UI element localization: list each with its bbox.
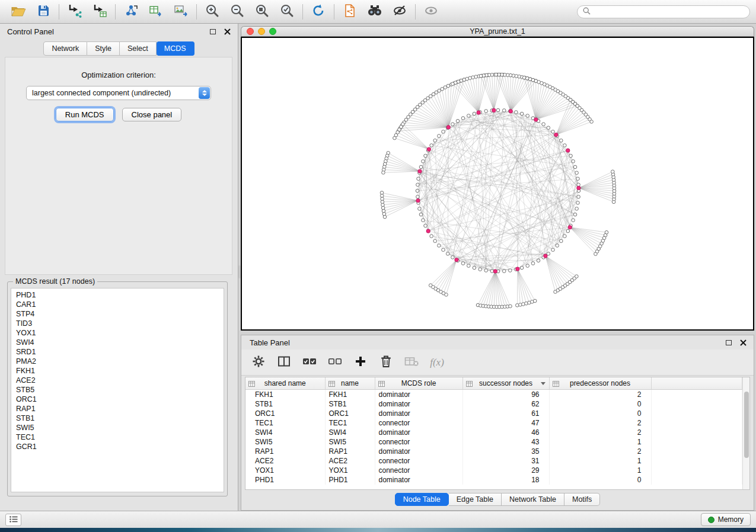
network-node[interactable] (572, 160, 575, 164)
network-node[interactable] (451, 82, 455, 86)
table-cell[interactable]: ACE2 (245, 456, 325, 466)
network-node[interactable] (605, 230, 608, 234)
network-node[interactable] (417, 177, 420, 181)
column-header[interactable]: successor nodes (462, 377, 549, 389)
network-node[interactable] (563, 235, 567, 238)
close-panel-icon[interactable] (224, 28, 231, 35)
search-box[interactable] (577, 5, 750, 18)
table-cell[interactable]: SWI5 (325, 437, 375, 447)
table-cell[interactable]: 0 (549, 399, 651, 409)
table-row[interactable]: FKH1FKH1dominator962 (245, 389, 742, 399)
table-settings-button[interactable] (251, 355, 266, 370)
network-node[interactable] (383, 215, 387, 219)
network-node[interactable] (575, 207, 579, 211)
network-node[interactable] (576, 177, 580, 181)
dominator-node[interactable] (509, 110, 512, 113)
network-node[interactable] (430, 235, 433, 238)
table-cell[interactable]: dominator (375, 475, 462, 485)
table-row[interactable]: RAP1RAP1dominator352 (245, 447, 742, 456)
table-cell[interactable]: dominator (375, 389, 462, 399)
dominator-node[interactable] (492, 108, 496, 112)
network-node[interactable] (573, 165, 577, 169)
tab-node-table[interactable]: Node Table (395, 493, 449, 506)
dominator-node[interactable] (577, 186, 580, 190)
table-cell[interactable]: PHD1 (245, 475, 325, 485)
table-cell[interactable]: connector (375, 418, 462, 428)
sort-icon[interactable] (466, 380, 473, 389)
network-node[interactable] (515, 111, 518, 114)
network-node[interactable] (422, 160, 425, 164)
table-cell[interactable]: SWI4 (245, 428, 325, 437)
table-scrollbar[interactable] (742, 377, 749, 489)
network-node[interactable] (424, 154, 428, 158)
network-node[interactable] (479, 268, 482, 271)
dominator-node[interactable] (516, 267, 519, 271)
tab-network[interactable]: Network (43, 41, 87, 56)
dominator-node[interactable] (446, 126, 450, 129)
table-cell[interactable]: 2 (549, 428, 651, 437)
criterion-dropdown[interactable]: largest connected component (undirected) (26, 86, 211, 100)
network-node[interactable] (495, 73, 498, 76)
dominator-node[interactable] (416, 198, 420, 202)
export-table-button[interactable] (143, 2, 168, 22)
table-cell[interactable]: RAP1 (245, 447, 325, 456)
export-report-button[interactable] (337, 2, 362, 22)
list-item[interactable]: RAP1 (11, 404, 224, 414)
network-node[interactable] (575, 275, 579, 278)
table-cell[interactable]: STB1 (325, 399, 375, 409)
table-cell[interactable]: connector (375, 456, 462, 466)
network-node[interactable] (418, 207, 422, 211)
network-node[interactable] (563, 144, 567, 148)
network-node[interactable] (509, 305, 512, 308)
network-node[interactable] (551, 248, 555, 252)
network-node[interactable] (526, 114, 529, 118)
network-node[interactable] (382, 171, 385, 175)
network-node[interactable] (566, 229, 570, 233)
table-cell[interactable]: ACE2 (325, 456, 375, 466)
table-row[interactable]: ORC1ORC1dominator610 (245, 409, 742, 418)
table-cell[interactable]: 35 (462, 447, 549, 456)
network-node[interactable] (551, 130, 555, 134)
network-node[interactable] (419, 165, 423, 169)
list-item[interactable]: SWI5 (11, 423, 224, 432)
network-node[interactable] (526, 264, 529, 268)
network-node[interactable] (433, 239, 437, 243)
table-cell[interactable]: dominator (375, 447, 462, 456)
table-row[interactable]: YOX1YOX1connector291 (245, 466, 742, 475)
list-item[interactable]: PHD1 (11, 290, 224, 300)
list-item[interactable]: SWI4 (11, 338, 224, 347)
table-cell[interactable]: PHD1 (325, 475, 375, 485)
maximize-window-icon[interactable] (269, 28, 276, 35)
network-node[interactable] (430, 144, 433, 148)
tab-style[interactable]: Style (87, 41, 120, 56)
mcds-result-list[interactable]: PHD1CAR1STP4TID3YOX1SWI4SRD1PMA2FKH1ACE2… (11, 288, 224, 492)
table-cell[interactable]: 96 (462, 389, 549, 399)
table-row[interactable]: STB1STB1dominator620 (245, 399, 742, 409)
network-node[interactable] (424, 224, 428, 227)
show-columns-button[interactable] (276, 355, 292, 370)
zoom-selected-button[interactable] (275, 2, 299, 22)
table-row[interactable]: SWI4SWI4dominator462 (245, 428, 742, 437)
dominator-node[interactable] (493, 270, 497, 273)
list-item[interactable]: STB1 (11, 414, 224, 423)
table-cell[interactable]: SWI4 (325, 428, 375, 437)
table-cell[interactable]: 29 (462, 466, 549, 475)
table-cell[interactable]: STB1 (245, 399, 325, 409)
network-node[interactable] (531, 262, 535, 265)
table-cell[interactable]: connector (375, 466, 462, 475)
dominator-node[interactable] (544, 254, 547, 258)
network-node[interactable] (572, 219, 575, 222)
network-node[interactable] (461, 262, 465, 265)
list-item[interactable]: SRD1 (11, 347, 224, 357)
column-header[interactable]: name (325, 377, 375, 389)
dominator-node[interactable] (426, 229, 430, 233)
tab-select[interactable]: Select (120, 41, 157, 56)
scrollbar-thumb[interactable] (744, 392, 749, 458)
table-cell[interactable]: 31 (462, 456, 549, 466)
dominator-node[interactable] (418, 169, 422, 173)
unselect-all-button[interactable] (327, 355, 343, 370)
network-node[interactable] (547, 126, 550, 130)
table-cell[interactable]: YOX1 (245, 466, 325, 475)
network-node[interactable] (442, 248, 445, 252)
network-node[interactable] (509, 269, 512, 273)
